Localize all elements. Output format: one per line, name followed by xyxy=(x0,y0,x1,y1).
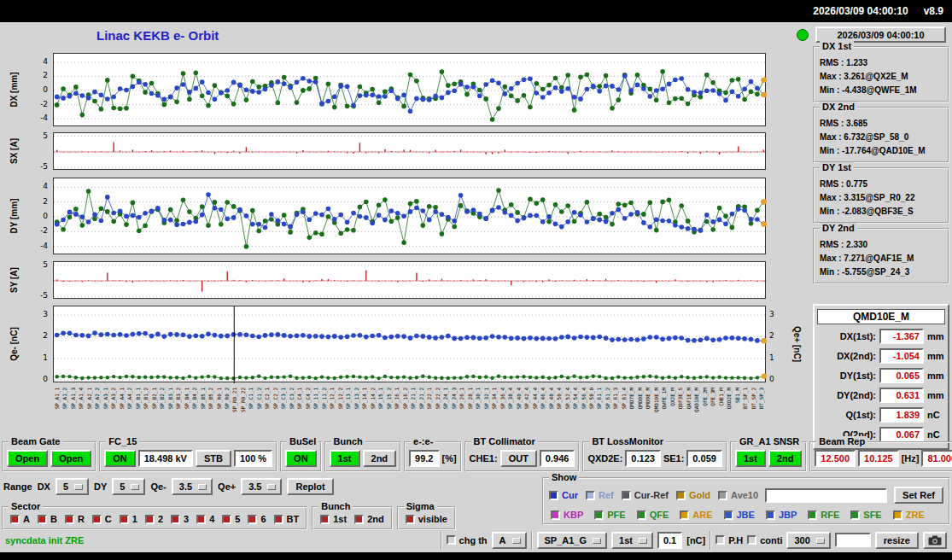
x-axis-label: QAD10E_M xyxy=(693,388,699,412)
bunch-th-select[interactable]: 1st xyxy=(611,532,653,549)
charts-region: SP_A1_1SP_A1_2SP_A1_3SP_A1_4SP_A2_1SP_A2… xyxy=(0,48,952,439)
show-checkbox-pfe[interactable]: PFE xyxy=(594,510,625,520)
x-axis-label: SP_26_1 xyxy=(458,388,464,409)
sector-checkbox-r[interactable]: R xyxy=(65,514,85,524)
checkbox-label: QFE xyxy=(650,510,669,520)
show-checkbox-rfe[interactable]: RFE xyxy=(808,510,839,520)
show-checkboxes-row1: CurRefCur-RefGoldAve10 xyxy=(549,490,758,500)
x-axis-label: SP_C3_1 xyxy=(280,388,286,409)
show-options-row1: CurRefCur-RefGoldAve10 Set Ref xyxy=(549,487,943,504)
checkbox-indicator xyxy=(10,515,20,524)
screenshot-button[interactable] xyxy=(923,532,947,549)
monitor-row-unit: mm xyxy=(927,331,944,341)
sector-a-select[interactable]: A xyxy=(492,532,527,549)
show-checkbox-cur-ref[interactable]: Cur-Ref xyxy=(622,490,669,500)
bpm-select[interactable]: SP_A1_G xyxy=(537,532,608,549)
chg-th-checkbox[interactable]: chg th xyxy=(447,535,488,545)
sigma-group: Sigma visible xyxy=(397,506,456,530)
show-checkboxes-row2: KBPPFEQFEAREJBEJBPRFESFEZRE xyxy=(549,510,943,520)
x-axis-label: SP_C4_1 xyxy=(296,388,302,409)
show-checkbox-ref[interactable]: Ref xyxy=(586,490,614,500)
sector-checkbox-3[interactable]: 3 xyxy=(171,514,189,524)
bunch-checkbox-1st[interactable]: 1st xyxy=(320,514,347,524)
x-axis-label: SP_42_4 xyxy=(523,388,529,409)
sector-checkbox-bt[interactable]: BT xyxy=(274,514,300,524)
range-dy-select[interactable]: 5 xyxy=(112,478,145,495)
sector-checkbox-4[interactable]: 4 xyxy=(196,514,214,524)
interval-input[interactable] xyxy=(835,533,871,547)
selected-value: 3.5 xyxy=(248,481,261,492)
show-group: Show CurRefCur-RefGoldAve10 Set Ref KBPP… xyxy=(542,477,950,525)
gr-snsr-2nd-button[interactable]: 2nd xyxy=(768,450,803,467)
x-axis-label: SP_36_4 xyxy=(499,388,505,409)
interval-select[interactable]: 300 xyxy=(786,532,830,549)
x-axis-label: SP_46_4 xyxy=(540,388,546,409)
sector-checkbox-2[interactable]: 2 xyxy=(145,514,163,524)
ref-name-input[interactable] xyxy=(765,488,887,503)
show-checkbox-qfe[interactable]: QFE xyxy=(637,510,669,520)
y-tick-label: 5 xyxy=(31,260,48,269)
sector-checkbox-6[interactable]: 6 xyxy=(248,514,266,524)
gr-snsr-1st-button[interactable]: 1st xyxy=(735,450,766,467)
checkbox-label: Gold xyxy=(689,490,710,500)
sector-checkbox-1[interactable]: 1 xyxy=(120,514,137,524)
show-checkbox-sfe[interactable]: SFE xyxy=(850,510,881,520)
checkbox-label: Cur xyxy=(562,490,578,500)
y-tick-label: 0 xyxy=(31,85,48,94)
sector-row: Sector ABRC123456BT Bunch 1st2nd Sigma v… xyxy=(2,502,539,530)
show-checkbox-kbp[interactable]: KBP xyxy=(551,510,583,520)
bunch-2nd-button[interactable]: 2nd xyxy=(363,450,397,467)
range-qem-select[interactable]: 3.5 xyxy=(172,478,213,495)
beam-gate-open2-button[interactable]: Open xyxy=(50,450,91,467)
busel-on-button[interactable]: ON xyxy=(285,450,317,467)
show-checkbox-jbp[interactable]: JBP xyxy=(766,510,797,520)
sector-checkbox-a[interactable]: A xyxy=(10,514,30,524)
sector-checkbox-b[interactable]: B xyxy=(38,514,57,524)
dropdown-mark-icon xyxy=(512,538,521,544)
beam-gate-open1-button[interactable]: Open xyxy=(7,450,48,467)
show-checkbox-are[interactable]: ARE xyxy=(680,510,712,520)
x-axis-label: SP_21_2 xyxy=(418,388,424,409)
fc15-stb-button[interactable]: STB xyxy=(196,450,231,467)
sector-checkbox-c[interactable]: C xyxy=(92,514,112,524)
range-dx-select[interactable]: 5 xyxy=(55,478,89,495)
show-checkbox-cur[interactable]: Cur xyxy=(549,490,578,500)
bunch-checkbox-2nd[interactable]: 2nd xyxy=(354,514,384,524)
ph-checkbox[interactable]: P.H xyxy=(715,535,743,545)
beam-gate-label: Beam Gate xyxy=(9,436,62,446)
x-axis-label: SP_14_1 xyxy=(361,388,367,409)
monitor-row-value: -1.054 xyxy=(879,348,924,364)
checkbox-label: 4 xyxy=(209,514,214,524)
fc15-on-button[interactable]: ON xyxy=(104,450,136,467)
monitor-row-label: DX(1st): xyxy=(818,331,876,341)
checkbox-indicator xyxy=(320,515,330,524)
set-ref-button[interactable]: Set Ref xyxy=(894,487,943,504)
stat-panel-title: DX 1st xyxy=(820,41,854,51)
checkbox-label: ARE xyxy=(692,510,712,520)
stat-panel-dy-2nd: DY 2ndRMS : 2.330Max : 7.271@QAF1E_MMin … xyxy=(813,228,949,284)
threshold-value[interactable]: 0.1 xyxy=(657,532,682,549)
sigma-checkbox-visible[interactable]: visible xyxy=(406,514,447,524)
beam-rep-hz-unit: [Hz] xyxy=(902,453,920,464)
monitor-row-label: DX(2nd): xyxy=(818,351,876,361)
checkbox-label: Cur-Ref xyxy=(634,490,669,500)
sector-checkbox-5[interactable]: 5 xyxy=(222,514,240,524)
show-checkbox-gold[interactable]: Gold xyxy=(676,490,710,500)
resize-button[interactable]: resize xyxy=(875,532,919,549)
x-axis-label: QMD8E_M xyxy=(637,388,643,409)
x-axis-label: SP_A1_3 xyxy=(70,388,76,409)
qxd2e-value: 0.123 xyxy=(625,450,661,467)
y-tick-label: -2 xyxy=(31,226,48,235)
stat-line: Max : 6.732@SP_58_0 xyxy=(820,131,944,144)
show-checkbox-jbe[interactable]: JBE xyxy=(724,510,755,520)
checkbox-label: 3 xyxy=(184,514,189,524)
conti-checkbox[interactable]: conti xyxy=(747,535,782,545)
bunch-1st-button[interactable]: 1st xyxy=(330,450,360,467)
replot-button[interactable]: Replot xyxy=(287,478,333,495)
che1-out-button[interactable]: OUT xyxy=(500,450,537,467)
checkbox-indicator xyxy=(145,515,155,524)
show-checkbox-ave10[interactable]: Ave10 xyxy=(718,490,758,500)
range-qep-select[interactable]: 3.5 xyxy=(241,478,282,495)
stat-panel-title: DY 2nd xyxy=(820,223,857,233)
show-checkbox-zre[interactable]: ZRE xyxy=(893,510,925,520)
